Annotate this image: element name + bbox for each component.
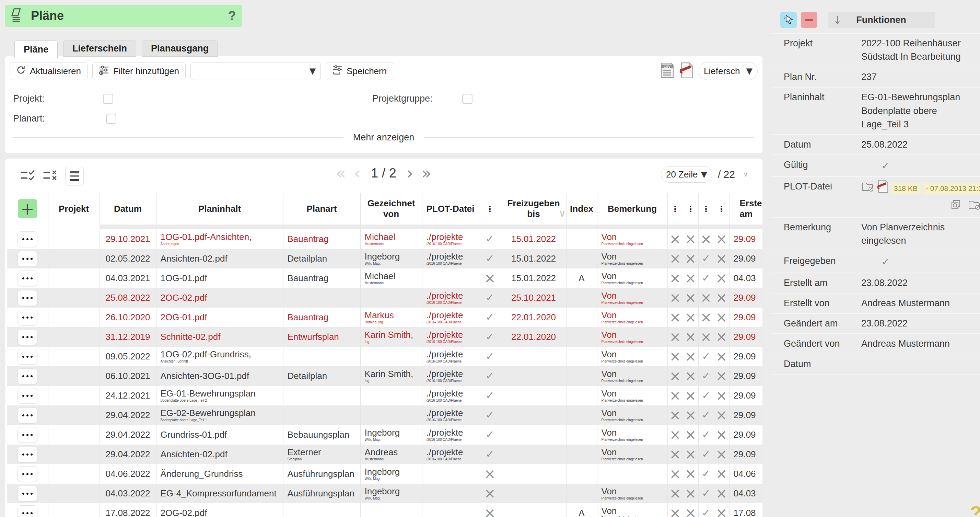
column-label: Erstellt am — [740, 198, 763, 219]
cross-icon: × — [685, 270, 697, 286]
help-corner-icon[interactable]: ? — [970, 502, 980, 517]
column-menu-icon[interactable]: ⋮ — [671, 204, 679, 214]
row-menu-button[interactable] — [18, 310, 37, 326]
add-plan-button[interactable]: + — [18, 199, 37, 218]
cell-s1: × — [683, 484, 698, 503]
functions-header[interactable]: ↓ Funktionen — [828, 12, 935, 28]
cell-gezeichnet: Karin Smith,Ing. — [360, 366, 422, 386]
field-label: Geändert von — [772, 337, 861, 351]
tab-planausgang[interactable]: Planausgang — [142, 40, 218, 57]
row-menu-button[interactable] — [18, 466, 37, 482]
pdf-export-icon[interactable] — [679, 62, 693, 80]
row-menu-button[interactable] — [18, 427, 37, 443]
cell-s3: × — [714, 288, 729, 308]
row-menu-button[interactable] — [18, 388, 37, 404]
cell-text: 29.09 — [733, 313, 763, 322]
file-size-badge: 318 KB — [891, 183, 920, 194]
column-menu-icon[interactable]: ⋮ — [687, 204, 695, 214]
column-menu-icon[interactable]: ⋮ — [702, 204, 710, 214]
row-menu-button[interactable] — [18, 447, 37, 463]
remove-tool-button[interactable] — [801, 12, 817, 28]
row-menu-button[interactable] — [18, 290, 37, 306]
row-menu-button[interactable] — [18, 329, 37, 345]
folder-remove-icon[interactable] — [861, 181, 873, 196]
saved-filter-select[interactable]: ▼ — [191, 62, 321, 80]
last-page-icon[interactable]: » — [422, 165, 431, 181]
row-menu-button[interactable] — [18, 231, 37, 247]
page-size-select[interactable]: 20 Zeilen ▼ — [661, 166, 712, 183]
cell-subtext: /2016-100 CAD/Plaene — [426, 399, 479, 402]
cell-projekt — [48, 288, 100, 308]
cross-icon: × — [685, 388, 697, 404]
projektgruppe-checkbox[interactable] — [462, 94, 473, 104]
chevron-down-icon: ▼ — [746, 66, 752, 76]
csv-export-icon[interactable]: CSV — [660, 62, 674, 80]
row-menu-button[interactable] — [18, 407, 37, 423]
cell-plot: ./projekte/2016-100 CAD/Plaene — [422, 288, 479, 308]
cell-text: 17.08.2022 — [100, 508, 156, 517]
pdf-file-icon[interactable] — [877, 180, 888, 197]
cross-icon: × — [685, 348, 697, 364]
cell-text: Änderung_Grundriss — [161, 469, 283, 479]
save-filter-button[interactable]: Speichern — [326, 62, 393, 80]
cell-index — [566, 405, 597, 425]
column-menu-icon[interactable]: ⋮ — [486, 204, 494, 214]
cell-s1: × — [683, 445, 698, 464]
cell-text: Ansichten-3OG-01.pdf — [161, 372, 283, 381]
row-menu-button[interactable] — [18, 486, 37, 501]
tab-lieferschein[interactable]: Lieferschein — [63, 40, 136, 57]
column-header-freigabe[interactable]: Freizugeben bis∨ — [501, 193, 566, 225]
sort-indicator-icon[interactable]: ∨ — [558, 207, 566, 219]
folder-icon[interactable] — [968, 199, 980, 214]
cell-s2: ✓ — [698, 386, 714, 405]
cell-text: ./projekte — [426, 428, 479, 437]
row-menu-button[interactable] — [18, 251, 37, 267]
cell-text: Externer — [288, 448, 360, 457]
cross-icon: × — [716, 388, 727, 404]
field-label: Gültig — [772, 158, 861, 173]
cell-s0: × — [667, 366, 683, 386]
row-menu-button[interactable] — [18, 369, 37, 384]
cell-text: Bauantrag — [288, 235, 360, 244]
cell-text: 1OG-01.pdf-Ansichten, — [161, 232, 283, 242]
cross-icon: × — [685, 368, 697, 384]
cell-subtext: Ing. — [365, 340, 422, 344]
tab-plaene[interactable]: Pläne — [14, 40, 58, 58]
help-icon[interactable]: ? — [228, 9, 236, 23]
select-tool-button[interactable] — [780, 12, 797, 28]
cross-icon: × — [685, 505, 697, 517]
cross-icon: × — [716, 329, 727, 345]
cell-planart: Ausführungsplan — [283, 484, 360, 503]
next-page-icon[interactable]: › — [407, 165, 413, 181]
plans-icon — [11, 8, 26, 24]
cell-text: Bauantrag — [288, 274, 360, 283]
cell-s2: ✓ — [698, 249, 714, 268]
cell-s3: × — [714, 484, 729, 503]
collapse-icon[interactable]: ∨ — [740, 172, 751, 177]
cell-planinhalt: EG-01-BewehrungsplanBodenplatte obere La… — [156, 386, 283, 405]
cross-icon: × — [484, 485, 496, 501]
projekt-checkbox[interactable] — [103, 94, 113, 104]
planart-checkbox[interactable] — [106, 113, 116, 124]
add-filter-button[interactable]: Filter hinzufügen — [92, 62, 186, 80]
plans-table-panel: « ‹ 1 / 2 › » 20 Zeilen ▼ / 22 ∨ +Projek… — [5, 159, 762, 517]
row-menu-button[interactable] — [18, 505, 37, 517]
cell-s1: × — [683, 308, 698, 327]
preview-icon[interactable] — [951, 199, 963, 214]
row-menu-button[interactable] — [18, 349, 37, 365]
first-page-icon[interactable]: « — [336, 165, 345, 181]
row-menu-button[interactable] — [18, 271, 37, 286]
table-row: 09.05.20221OG-02.pdf-Grundriss,Ansichten… — [7, 347, 762, 366]
cell-s2: × — [698, 288, 714, 308]
cell-s0: × — [667, 464, 683, 484]
column-menu-icon[interactable]: ⋮ — [718, 204, 726, 214]
cell-subtext: Planverzeichnis eingelesen — [601, 496, 667, 500]
cell-text: 17.08 — [733, 508, 763, 517]
refresh-button[interactable]: Aktualisieren — [10, 62, 88, 80]
prev-page-icon[interactable]: ‹ — [354, 165, 361, 181]
cell-subtext: Mustermann — [365, 242, 422, 246]
show-more-link[interactable]: Mehr anzeigen — [344, 132, 424, 143]
cell-index — [566, 308, 597, 327]
export-type-select[interactable]: Lieferschein ▼ — [698, 62, 758, 80]
cell-datum: 04.06.2022 — [100, 464, 156, 484]
